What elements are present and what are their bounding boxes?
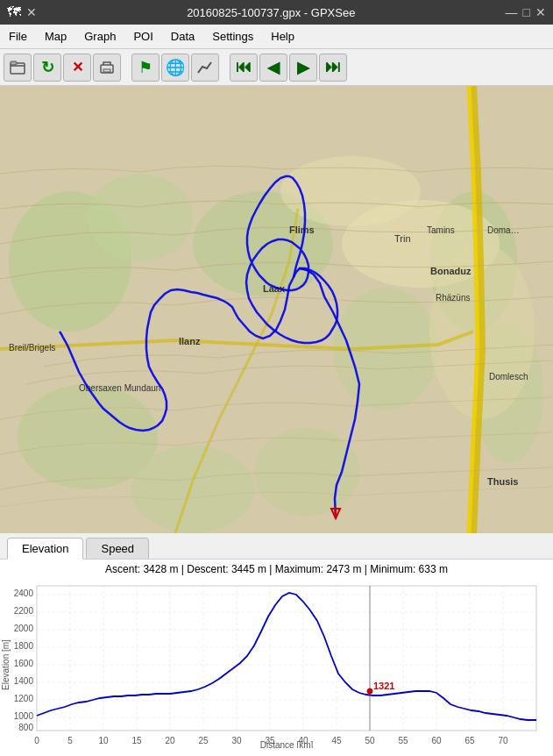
close-file-button[interactable]: ✕ xyxy=(63,53,91,82)
svg-text:2400: 2400 xyxy=(14,588,34,598)
print-button[interactable] xyxy=(93,53,121,82)
svg-point-13 xyxy=(254,428,359,516)
svg-text:1321: 1321 xyxy=(373,681,394,691)
menu-data[interactable]: Data xyxy=(162,26,203,46)
svg-text:1600: 1600 xyxy=(14,659,34,668)
reload-button[interactable]: ↻ xyxy=(33,53,61,82)
menu-settings[interactable]: Settings xyxy=(203,26,262,46)
svg-text:2200: 2200 xyxy=(14,606,34,616)
play-end-button[interactable]: ⏭ xyxy=(319,53,347,82)
flag-button[interactable]: ⚑ xyxy=(131,53,160,82)
svg-text:800: 800 xyxy=(18,723,33,732)
svg-rect-3 xyxy=(103,69,110,72)
svg-text:30: 30 xyxy=(231,736,242,745)
svg-point-6 xyxy=(88,174,193,261)
title-bar: 🗺 ✕ 20160825-100737.gpx - GPXSee — □ ✕ xyxy=(0,0,553,25)
speed-tab[interactable]: Speed xyxy=(86,538,149,559)
svg-text:Bonaduz: Bonaduz xyxy=(430,266,471,276)
svg-text:60: 60 xyxy=(431,736,442,745)
svg-text:50: 50 xyxy=(365,736,375,745)
globe-button[interactable]: 🌐 xyxy=(161,53,189,82)
app-icon: 🗺 xyxy=(7,4,21,20)
svg-text:Rhäzüns: Rhäzüns xyxy=(436,293,470,303)
graph-container: 2400 2200 2000 1800 1600 1400 1200 1000 … xyxy=(0,577,553,742)
svg-text:45: 45 xyxy=(331,736,342,745)
svg-text:10: 10 xyxy=(98,736,109,745)
menu-help[interactable]: Help xyxy=(262,26,303,46)
svg-text:55: 55 xyxy=(398,736,408,745)
svg-text:1200: 1200 xyxy=(14,694,34,703)
svg-text:Distance [km]: Distance [km] xyxy=(260,740,314,748)
play-next-button[interactable]: ▶ xyxy=(289,53,317,82)
close-button[interactable]: ✕ xyxy=(535,5,546,19)
window-title: 20160825-100737.gpx - GPXSee xyxy=(187,6,355,19)
elevation-graph[interactable]: 2400 2200 2000 1800 1600 1400 1200 1000 … xyxy=(0,577,553,748)
svg-text:65: 65 xyxy=(464,736,475,745)
open-button[interactable] xyxy=(4,53,32,82)
svg-text:25: 25 xyxy=(198,736,209,745)
minimize-button[interactable]: — xyxy=(506,5,518,19)
play-start-button[interactable]: ⏮ xyxy=(230,53,258,82)
map-area[interactable]: Flims Laax Trin Tamins Doma… Bonaduz Rhä… xyxy=(0,86,553,533)
svg-text:5: 5 xyxy=(67,736,73,745)
svg-text:1000: 1000 xyxy=(14,711,34,721)
svg-text:15: 15 xyxy=(131,736,142,745)
svg-text:Breil/Brigels: Breil/Brigels xyxy=(9,343,55,353)
svg-text:1800: 1800 xyxy=(14,641,34,651)
svg-point-12 xyxy=(131,446,254,533)
svg-text:Domlesch: Domlesch xyxy=(489,372,528,382)
menu-file[interactable]: File xyxy=(0,26,36,46)
menu-graph[interactable]: Graph xyxy=(75,26,124,46)
svg-text:Elevation [m]: Elevation [m] xyxy=(1,639,11,690)
svg-text:1400: 1400 xyxy=(14,676,34,686)
map-canvas: Flims Laax Trin Tamins Doma… Bonaduz Rhä… xyxy=(0,86,553,533)
svg-text:Doma…: Doma… xyxy=(487,225,520,235)
maximize-button[interactable]: □ xyxy=(523,5,530,19)
svg-text:2000: 2000 xyxy=(14,624,34,633)
chart-button[interactable] xyxy=(191,53,219,82)
svg-text:20: 20 xyxy=(165,736,175,745)
svg-text:0: 0 xyxy=(34,736,39,745)
svg-text:Trin: Trin xyxy=(394,233,411,244)
menu-poi[interactable]: POI xyxy=(124,26,161,46)
elevation-tab[interactable]: Elevation xyxy=(7,538,83,560)
graph-area: Ascent: 3428 m | Descent: 3445 m | Maxim… xyxy=(0,560,553,756)
play-prev-button[interactable]: ◀ xyxy=(259,53,287,82)
svg-text:Ilanz: Ilanz xyxy=(179,336,201,346)
svg-text:70: 70 xyxy=(498,736,508,745)
close-x[interactable]: ✕ xyxy=(26,5,37,19)
menu-map[interactable]: Map xyxy=(36,26,75,46)
svg-rect-54 xyxy=(37,586,536,731)
svg-rect-1 xyxy=(11,61,17,65)
graph-stats: Ascent: 3428 m | Descent: 3445 m | Maxim… xyxy=(0,560,553,577)
svg-text:Flims: Flims xyxy=(289,225,315,235)
toolbar: ↻ ✕ ⚑ 🌐 ⏮ ◀ ▶ ⏭ xyxy=(0,49,553,86)
svg-point-79 xyxy=(367,688,372,694)
svg-text:Thusis: Thusis xyxy=(487,476,518,487)
tab-bar: Elevation Speed xyxy=(0,533,553,560)
svg-text:Tamins: Tamins xyxy=(427,225,455,235)
menu-bar: File Map Graph POI Data Settings Help xyxy=(0,25,553,49)
